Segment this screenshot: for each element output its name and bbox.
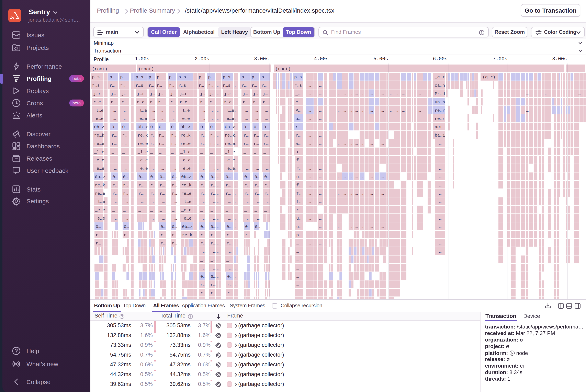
svg-text:…: … [439,183,442,188]
svg-text:…: … [217,75,220,80]
svg-text:p…: p… [120,75,125,80]
svg-text:…: … [308,75,311,80]
svg-text:c…: c… [295,100,301,104]
svg-text:0…: 0… [227,274,232,279]
svg-text:…: … [338,208,340,212]
svg-text:…: … [350,92,352,96]
svg-text:r…: r… [296,166,301,171]
svg-text:…: … [338,158,340,162]
svg-text:…: … [361,142,363,146]
svg-text:…: … [439,216,442,221]
svg-text:…: … [319,216,322,221]
svg-text:_…: _… [226,266,232,271]
svg-text:r…: r… [157,83,162,88]
svg-text:_e…e: _e…e [138,158,148,162]
svg-text:_…: _… [171,150,176,154]
svg-text:…: … [439,158,442,162]
svg-text:_e…e: _e…e [180,166,191,171]
svg-text:…: … [217,266,220,271]
svg-text:…: … [343,108,346,113]
svg-text:_e…e: _e…e [95,208,105,212]
svg-text:r…: r… [295,133,301,138]
svg-text:r…: r… [254,142,259,146]
svg-text:r…: r… [150,183,155,188]
svg-text:…: … [381,208,384,212]
svg-text:_…: _… [262,116,268,121]
svg-text:…: … [308,133,311,138]
svg-text:r…: r… [200,183,205,188]
svg-text:_…: _… [254,158,259,162]
svg-text:_…: _… [111,158,117,162]
svg-text:…: … [402,108,405,113]
svg-text:…: … [396,92,398,96]
svg-text:ba…1: ba…1 [435,133,445,138]
svg-text:_e…e: _e…e [94,166,104,171]
svg-text:r…: r… [255,183,260,188]
svg-text:_…: _… [210,166,215,171]
svg-text:r…: r… [211,191,216,196]
svg-text:r…: r… [112,142,117,146]
svg-text:r…: r… [110,83,115,88]
svg-text:…: … [338,92,340,96]
svg-text:0…: 0… [264,175,269,179]
svg-text:u…: u… [295,116,301,121]
svg-text:_…: _… [200,258,205,262]
svg-text:_l…e: _l…e [137,108,147,113]
svg-text:_…: _… [121,116,127,121]
svg-text:j…: j… [243,92,248,96]
svg-text:0b…>: 0b…> [94,125,104,130]
svg-text:…: … [361,125,363,130]
svg-text:…: … [361,158,363,162]
svg-text:r…: r… [172,241,177,246]
svg-text:…: … [296,266,299,271]
svg-text:_…: _… [243,108,248,113]
svg-text:0b…>: 0b…> [181,175,191,179]
svg-text:r…: r… [263,100,268,104]
svg-text:…: … [319,200,322,204]
svg-text:0b…>: 0b…> [180,125,191,130]
svg-text:…: … [355,191,358,196]
svg-text:…: … [308,208,311,212]
svg-text:p…s: p…s [178,75,186,80]
svg-text:r…: r… [296,208,301,212]
svg-text:…: … [370,142,373,146]
svg-text:…: … [439,175,442,179]
svg-text:…: … [355,125,358,130]
svg-text:…: … [370,125,373,130]
svg-text:…: … [235,208,237,212]
svg-text:_…: _… [200,249,205,254]
svg-text:p…s: p…s [136,75,143,80]
svg-text:_…: _… [200,200,205,204]
svg-text:_…: _… [150,116,155,121]
svg-text:_…: _… [225,216,231,221]
svg-text:_…: _… [210,249,216,254]
svg-text:…: … [396,108,398,113]
svg-text:…: … [235,83,237,88]
svg-text:r…: r… [209,100,214,104]
svg-text:…: … [308,175,311,179]
svg-text:r…: r… [112,183,118,188]
svg-text:0…: 0… [244,125,249,130]
svg-text:ca…n: ca…n [435,83,445,88]
svg-text:_…: _… [158,108,163,113]
svg-text:…: … [578,92,581,96]
svg-text:…: … [319,108,322,113]
svg-text:_…: _… [210,216,216,221]
svg-text:p…: p… [242,75,247,80]
svg-text:…: … [217,116,220,121]
svg-text:_…: _… [111,116,116,121]
svg-text:r…: r… [124,233,129,238]
svg-text:_…: _… [253,108,258,113]
svg-text:…: … [361,92,363,96]
svg-text:r…: r… [96,233,101,238]
svg-text:_…: _… [262,108,268,113]
svg-text:r…: r… [208,83,213,88]
svg-text:r…: r… [200,142,205,146]
svg-text:j…r: j…r [180,92,187,96]
svg-text:r…: r… [244,133,249,138]
svg-text:…: … [319,191,322,196]
svg-text:…: … [402,75,405,80]
svg-text:re…k: re…k [95,183,105,188]
svg-text:0…: 0… [200,224,205,229]
svg-text:_…: _… [263,166,269,171]
